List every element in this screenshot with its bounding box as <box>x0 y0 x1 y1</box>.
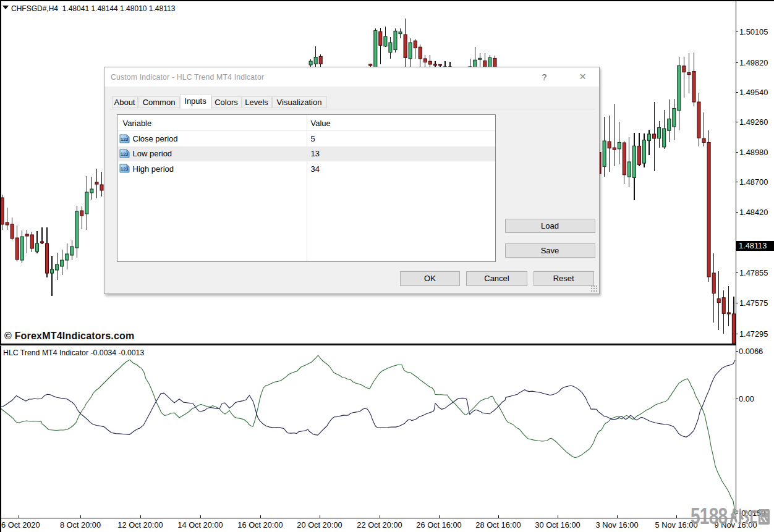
svg-text:123: 123 <box>121 151 129 157</box>
svg-text:123: 123 <box>121 137 129 142</box>
svg-text:123: 123 <box>121 166 129 172</box>
